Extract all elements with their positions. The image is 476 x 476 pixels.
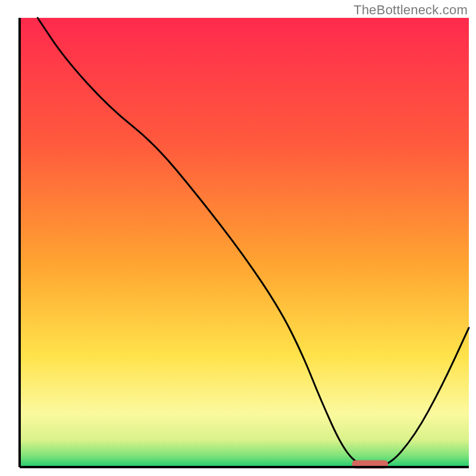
watermark-text: TheBottleneck.com bbox=[353, 2, 468, 18]
chart-background-gradient bbox=[20, 18, 469, 467]
bottleneck-chart bbox=[0, 0, 476, 476]
